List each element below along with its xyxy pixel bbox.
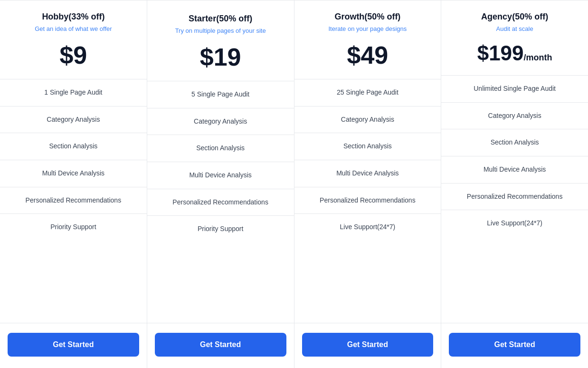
feature-hobby-2: Section Analysis	[0, 133, 147, 160]
plan-agency-header: Agency(50% off) Audit at scale $199/mont…	[441, 0, 588, 76]
feature-hobby-1: Category Analysis	[0, 107, 147, 134]
feature-starter-0: 5 Single Page Audit	[147, 81, 294, 108]
feature-agency-5: Live Support(24*7)	[441, 210, 588, 237]
plan-starter-name: Starter(50% off)	[155, 14, 286, 24]
feature-starter-5: Priority Support	[147, 216, 294, 242]
feature-agency-3: Multi Device Analysis	[441, 156, 588, 184]
plan-hobby-footer: Get Started	[0, 323, 147, 368]
plan-agency-cta[interactable]: Get Started	[449, 333, 580, 357]
plan-growth: Growth(50% off) Iterate on your page des…	[294, 0, 442, 368]
plan-hobby-price: $9	[8, 43, 139, 68]
plan-starter-cta[interactable]: Get Started	[155, 333, 286, 357]
plan-starter-features: 5 Single Page Audit Category Analysis Se…	[147, 81, 294, 323]
pricing-table: Hobby(33% off) Get an idea of what we of…	[0, 0, 588, 368]
plan-hobby-tagline: Get an idea of what we offer	[8, 25, 139, 33]
feature-growth-3: Multi Device Analysis	[294, 160, 441, 187]
feature-growth-4: Personalized Recommendations	[294, 187, 441, 214]
feature-starter-3: Multi Device Analysis	[147, 162, 294, 189]
feature-agency-4: Personalized Recommendations	[441, 184, 588, 211]
plan-starter: Starter(50% off) Try on multiple pages o…	[147, 0, 294, 368]
plan-growth-cta[interactable]: Get Started	[302, 333, 434, 357]
plan-hobby: Hobby(33% off) Get an idea of what we of…	[0, 0, 147, 368]
feature-hobby-4: Personalized Recommendations	[0, 187, 147, 214]
plan-agency-name: Agency(50% off)	[449, 12, 580, 22]
plan-agency-footer: Get Started	[441, 323, 588, 368]
plan-starter-price: $19	[155, 45, 286, 69]
plan-hobby-features: 1 Single Page Audit Category Analysis Se…	[0, 79, 147, 323]
plan-starter-footer: Get Started	[147, 323, 294, 368]
feature-growth-0: 25 Single Page Audit	[294, 79, 441, 107]
plan-growth-footer: Get Started	[294, 323, 441, 368]
feature-growth-5: Live Support(24*7)	[294, 214, 441, 241]
plan-hobby-header: Hobby(33% off) Get an idea of what we of…	[0, 0, 147, 79]
feature-hobby-0: 1 Single Page Audit	[0, 79, 147, 107]
feature-growth-1: Category Analysis	[294, 107, 441, 134]
plan-starter-header: Starter(50% off) Try on multiple pages o…	[147, 0, 294, 81]
plan-agency-features: Unlimited Single Page Audit Category Ana…	[441, 76, 588, 323]
plan-agency: Agency(50% off) Audit at scale $199/mont…	[441, 0, 588, 368]
feature-starter-1: Category Analysis	[147, 108, 294, 136]
feature-hobby-5: Priority Support	[0, 214, 147, 241]
feature-starter-2: Section Analysis	[147, 135, 294, 162]
plan-growth-tagline: Iterate on your page designs	[302, 25, 434, 33]
plan-growth-price: $49	[302, 43, 434, 68]
plan-hobby-name: Hobby(33% off)	[8, 12, 139, 22]
plan-agency-tagline: Audit at scale	[449, 25, 580, 33]
plan-hobby-cta[interactable]: Get Started	[8, 333, 139, 357]
feature-agency-1: Category Analysis	[441, 103, 588, 130]
plan-agency-price: $199/month	[449, 43, 580, 64]
feature-starter-4: Personalized Recommendations	[147, 189, 294, 216]
plan-growth-header: Growth(50% off) Iterate on your page des…	[294, 0, 441, 79]
feature-agency-0: Unlimited Single Page Audit	[441, 76, 588, 103]
feature-agency-2: Section Analysis	[441, 129, 588, 156]
feature-growth-2: Section Analysis	[294, 133, 441, 160]
plan-growth-name: Growth(50% off)	[302, 12, 434, 22]
plan-growth-features: 25 Single Page Audit Category Analysis S…	[294, 79, 441, 323]
feature-hobby-3: Multi Device Analysis	[0, 160, 147, 187]
plan-starter-tagline: Try on multiple pages of your site	[155, 27, 286, 35]
